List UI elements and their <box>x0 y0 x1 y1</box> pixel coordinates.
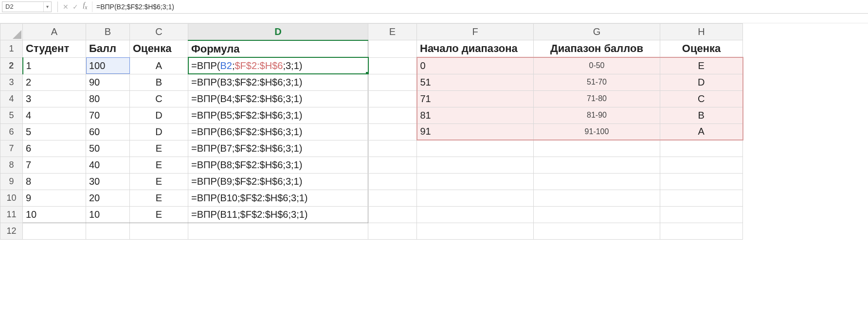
cell-F5[interactable]: 81 <box>417 107 534 123</box>
col-header-G[interactable]: G <box>534 24 660 40</box>
cell-H8[interactable] <box>660 157 743 173</box>
cell-C3[interactable]: B <box>130 74 188 90</box>
cell-C6[interactable]: D <box>130 123 188 140</box>
row-header-5[interactable]: 5 <box>0 107 23 123</box>
cell-H1[interactable]: Оценка <box>660 40 743 58</box>
cell-C2[interactable]: A <box>130 57 188 74</box>
cell-C7[interactable]: E <box>130 140 188 157</box>
row-header-9[interactable]: 9 <box>0 173 23 190</box>
cell-E9[interactable] <box>368 173 417 190</box>
cell-F10[interactable] <box>417 190 534 206</box>
col-header-A[interactable]: A <box>23 24 86 40</box>
cell-A4[interactable]: 3 <box>23 90 86 107</box>
cell-H3[interactable]: D <box>660 74 743 90</box>
cell-H9[interactable] <box>660 173 743 190</box>
cell-H6[interactable]: A <box>660 123 743 140</box>
cell-A9[interactable]: 8 <box>23 173 86 190</box>
row-header-6[interactable]: 6 <box>0 123 23 140</box>
cell-D6[interactable]: =ВПР(B6;$F$2:$H$6;3;1) <box>188 123 368 140</box>
cell-D4[interactable]: =ВПР(B4;$F$2:$H$6;3;1) <box>188 90 368 107</box>
cell-G5[interactable]: 81-90 <box>534 107 660 123</box>
cell-G1[interactable]: Диапазон баллов <box>534 40 660 58</box>
cell-D11[interactable]: =ВПР(B11;$F$2:$H$6;3;1) <box>188 206 368 223</box>
cell-C11[interactable]: E <box>130 206 188 223</box>
cell-G11[interactable] <box>534 206 660 223</box>
cell-F9[interactable] <box>417 173 534 190</box>
enter-icon[interactable]: ✓ <box>71 1 80 12</box>
col-header-F[interactable]: F <box>417 24 534 40</box>
cell-C9[interactable]: E <box>130 173 188 190</box>
cell-D9[interactable]: =ВПР(B9;$F$2:$H$6;3;1) <box>188 173 368 190</box>
cell-H5[interactable]: B <box>660 107 743 123</box>
cell-G9[interactable] <box>534 173 660 190</box>
col-header-B[interactable]: B <box>86 24 130 40</box>
cell-H12[interactable] <box>660 223 743 239</box>
cell-F6[interactable]: 91 <box>417 123 534 140</box>
cell-B11[interactable]: 10 <box>86 206 130 223</box>
cell-E5[interactable] <box>368 107 417 123</box>
cell-A1[interactable]: Студент <box>23 40 86 58</box>
row-header-1[interactable]: 1 <box>0 40 23 58</box>
cell-C1[interactable]: Оценка <box>130 40 188 58</box>
cell-G3[interactable]: 51-70 <box>534 74 660 90</box>
cell-B3[interactable]: 90 <box>86 74 130 90</box>
cell-G4[interactable]: 71-80 <box>534 90 660 107</box>
col-header-H[interactable]: H <box>660 24 743 40</box>
cell-E1[interactable] <box>368 40 417 58</box>
row-header-7[interactable]: 7 <box>0 140 23 157</box>
cell-C5[interactable]: D <box>130 107 188 123</box>
cell-H11[interactable] <box>660 206 743 223</box>
cell-E6[interactable] <box>368 123 417 140</box>
row-header-3[interactable]: 3 <box>0 74 23 90</box>
cell-E4[interactable] <box>368 90 417 107</box>
row-header-12[interactable]: 12 <box>0 223 23 239</box>
cell-F7[interactable] <box>417 140 534 157</box>
cell-A8[interactable]: 7 <box>23 157 86 173</box>
cell-B7[interactable]: 50 <box>86 140 130 157</box>
cell-D7[interactable]: =ВПР(B7;$F$2:$H$6;3;1) <box>188 140 368 157</box>
cell-F2[interactable]: 0 <box>417 57 534 74</box>
col-header-E[interactable]: E <box>368 24 417 40</box>
cell-E12[interactable] <box>368 223 417 239</box>
cell-E8[interactable] <box>368 157 417 173</box>
fx-icon[interactable]: fx <box>80 0 90 13</box>
cell-D12[interactable] <box>188 223 368 239</box>
cell-G6[interactable]: 91-100 <box>534 123 660 140</box>
cell-E2[interactable] <box>368 57 417 74</box>
cell-D1[interactable]: Формула <box>188 40 368 58</box>
cell-C8[interactable]: E <box>130 157 188 173</box>
cell-B9[interactable]: 30 <box>86 173 130 190</box>
cell-B12[interactable] <box>86 223 130 239</box>
cell-H4[interactable]: C <box>660 90 743 107</box>
cell-B1[interactable]: Балл <box>86 40 130 58</box>
cell-G2[interactable]: 0-50 <box>534 57 660 74</box>
cell-B5[interactable]: 70 <box>86 107 130 123</box>
cell-D10[interactable]: =ВПР(B10;$F$2:$H$6;3;1) <box>188 190 368 206</box>
cell-D3[interactable]: =ВПР(B3;$F$2:$H$6;3;1) <box>188 74 368 90</box>
cell-D8[interactable]: =ВПР(B8;$F$2:$H$6;3;1) <box>188 157 368 173</box>
row-header-8[interactable]: 8 <box>0 157 23 173</box>
cell-F4[interactable]: 71 <box>417 90 534 107</box>
cell-B4[interactable]: 80 <box>86 90 130 107</box>
select-all-corner[interactable] <box>0 24 23 40</box>
row-header-2[interactable]: 2 <box>0 57 23 74</box>
cell-C10[interactable]: E <box>130 190 188 206</box>
cell-F8[interactable] <box>417 157 534 173</box>
cell-E11[interactable] <box>368 206 417 223</box>
cell-A3[interactable]: 2 <box>23 74 86 90</box>
cell-C12[interactable] <box>130 223 188 239</box>
cell-A11[interactable]: 10 <box>23 206 86 223</box>
cell-F1[interactable]: Начало диапазона <box>417 40 534 58</box>
cell-A6[interactable]: 5 <box>23 123 86 140</box>
cell-F12[interactable] <box>417 223 534 239</box>
cell-B2[interactable]: 100 <box>86 57 130 74</box>
cell-D2[interactable]: =ВПР(B2;$F$2:$H$6;3;1) <box>188 57 368 74</box>
col-header-D[interactable]: D <box>188 24 368 40</box>
name-box-dropdown-icon[interactable]: ▾ <box>43 2 51 12</box>
name-box[interactable]: D2 <box>2 2 43 12</box>
cancel-icon[interactable]: ✕ <box>61 1 71 12</box>
cell-B10[interactable]: 20 <box>86 190 130 206</box>
cell-G8[interactable] <box>534 157 660 173</box>
cell-G7[interactable] <box>534 140 660 157</box>
cell-H10[interactable] <box>660 190 743 206</box>
